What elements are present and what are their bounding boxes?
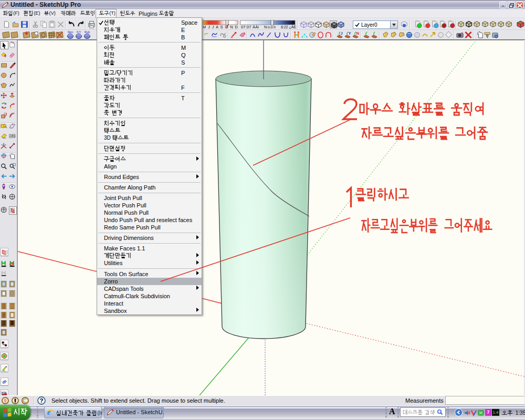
svg-text:(F): (F) (13, 10, 19, 16)
svg-text:07:07 ÁÀi: 07:07 ÁÀi (241, 25, 259, 29)
svg-text:6:22 ¿ÀÈÄ: 6:22 ¿ÀÈÄ (281, 25, 296, 29)
svg-text:Y: Y (348, 31, 351, 36)
svg-text:(In...: (In... (98, 410, 102, 416)
svg-text:e: e (47, 408, 50, 416)
svg-text:(T): (T) (109, 10, 116, 16)
svg-text:1:35: 1:35 (516, 410, 525, 416)
svg-text:(V): (V) (49, 10, 56, 16)
svg-text:N: N (356, 31, 359, 36)
svg-text:J: J (340, 31, 342, 36)
svg-text:Noon: Noon (264, 25, 276, 29)
svg-text:3D: 3D (104, 135, 111, 141)
svg-text:ABC: ABC (10, 134, 16, 138)
svg-text:/: / (115, 70, 117, 76)
svg-text:(E): (E) (34, 10, 40, 16)
svg-text:?: ? (40, 397, 44, 404)
svg-text:M J J A S O N D: M J J A S O N D (203, 25, 238, 29)
